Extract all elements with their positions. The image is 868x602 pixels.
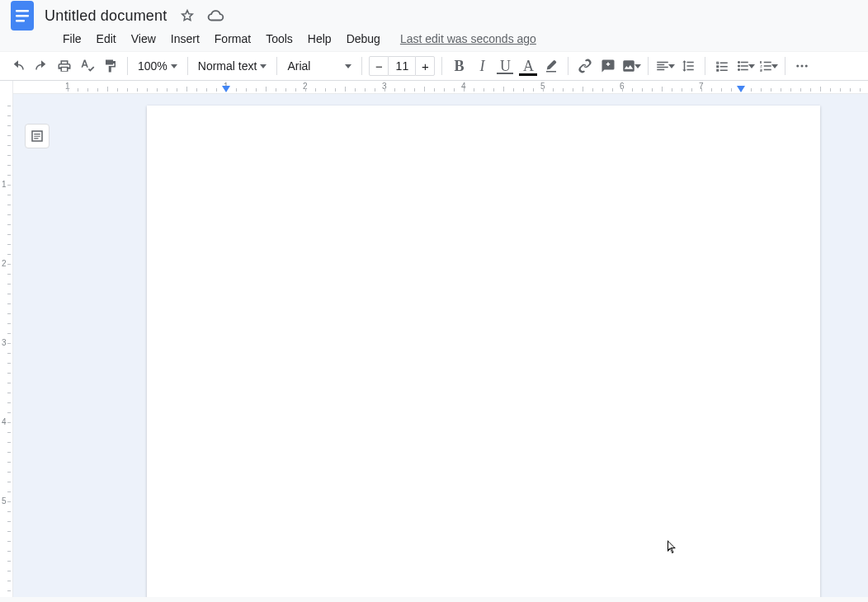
- left-indent-marker[interactable]: [222, 86, 230, 92]
- separator: [361, 57, 362, 75]
- spellcheck-button[interactable]: [76, 54, 99, 78]
- vertical-ruler[interactable]: 12345: [0, 81, 13, 597]
- text-color-button[interactable]: A: [517, 54, 540, 78]
- underline-button[interactable]: U: [493, 54, 517, 78]
- add-comment-button[interactable]: [597, 54, 620, 78]
- insert-image-button[interactable]: [620, 54, 643, 78]
- checklist-button[interactable]: [710, 54, 734, 78]
- menu-help[interactable]: Help: [301, 29, 338, 49]
- separator: [568, 57, 568, 75]
- ruler-label: 1: [2, 180, 7, 189]
- separator: [705, 57, 705, 75]
- svg-point-5: [801, 65, 804, 68]
- ruler-label: 4: [2, 417, 7, 426]
- print-button[interactable]: [53, 54, 76, 78]
- insert-link-button[interactable]: [573, 54, 597, 78]
- font-size-stepper: − +: [369, 56, 435, 76]
- ruler-label: 2: [2, 259, 7, 268]
- chevron-down-icon: [748, 64, 755, 68]
- font-size-input[interactable]: [389, 56, 415, 76]
- right-indent-marker[interactable]: [737, 86, 745, 92]
- menu-bar: File Edit View Insert Format Tools Help …: [0, 26, 868, 51]
- ruler-label: 3: [2, 338, 7, 347]
- svg-point-6: [805, 65, 808, 68]
- highlight-color-button[interactable]: [540, 54, 563, 78]
- chevron-down-icon: [260, 64, 267, 68]
- paint-format-button[interactable]: [99, 54, 122, 78]
- chevron-down-icon: [771, 64, 778, 68]
- menu-view[interactable]: View: [125, 29, 163, 49]
- chevron-down-icon: [634, 64, 641, 68]
- document-page[interactable]: [147, 106, 820, 597]
- document-outline-button[interactable]: [25, 124, 50, 148]
- cloud-saved-icon[interactable]: [206, 8, 224, 23]
- text-color-swatch: [519, 73, 537, 76]
- zoom-select[interactable]: 100%: [133, 54, 182, 78]
- menu-edit[interactable]: Edit: [90, 29, 123, 49]
- italic-button[interactable]: I: [470, 54, 493, 78]
- separator: [648, 57, 649, 75]
- svg-rect-2: [16, 15, 29, 17]
- menu-tools[interactable]: Tools: [259, 29, 300, 49]
- paragraph-style-select[interactable]: Normal text: [193, 54, 272, 78]
- horizontal-ruler[interactable]: 11234567: [13, 81, 868, 94]
- toolbar: 100% Normal text Arial − + B I U A: [0, 51, 868, 81]
- menu-file[interactable]: File: [56, 29, 88, 49]
- redo-button[interactable]: [30, 54, 53, 78]
- chevron-down-icon: [171, 64, 177, 68]
- chevron-down-icon: [345, 64, 351, 68]
- ruler-label: 5: [2, 496, 7, 506]
- text-color-label: A: [523, 58, 534, 75]
- undo-button[interactable]: [7, 54, 30, 78]
- font-size-increase-button[interactable]: +: [415, 56, 435, 76]
- last-edit-link[interactable]: Last edit was seconds ago: [400, 32, 536, 45]
- separator: [276, 57, 277, 75]
- separator: [785, 57, 785, 75]
- svg-rect-3: [16, 20, 25, 22]
- align-button[interactable]: [653, 54, 677, 78]
- docs-app-icon[interactable]: [10, 0, 36, 33]
- menu-format[interactable]: Format: [208, 29, 257, 49]
- font-family-value: Arial: [287, 59, 310, 73]
- document-title[interactable]: Untitled document: [45, 7, 167, 25]
- font-family-select[interactable]: Arial: [282, 54, 356, 78]
- separator: [187, 57, 188, 75]
- editor-area: 11234567 12345: [0, 81, 868, 597]
- line-spacing-button[interactable]: [677, 54, 700, 78]
- more-tools-button[interactable]: [790, 54, 814, 78]
- font-size-decrease-button[interactable]: −: [369, 56, 389, 76]
- numbered-list-button[interactable]: [757, 54, 780, 78]
- paragraph-style-value: Normal text: [198, 59, 257, 73]
- svg-point-4: [797, 65, 800, 68]
- zoom-value: 100%: [138, 59, 167, 73]
- svg-rect-1: [16, 10, 29, 12]
- menu-debug[interactable]: Debug: [340, 29, 387, 49]
- bulleted-list-button[interactable]: [734, 54, 757, 78]
- star-icon[interactable]: [180, 8, 195, 23]
- separator: [441, 57, 442, 75]
- separator: [127, 57, 128, 75]
- menu-insert[interactable]: Insert: [164, 29, 206, 49]
- chevron-down-icon: [668, 64, 675, 68]
- bold-button[interactable]: B: [447, 54, 470, 78]
